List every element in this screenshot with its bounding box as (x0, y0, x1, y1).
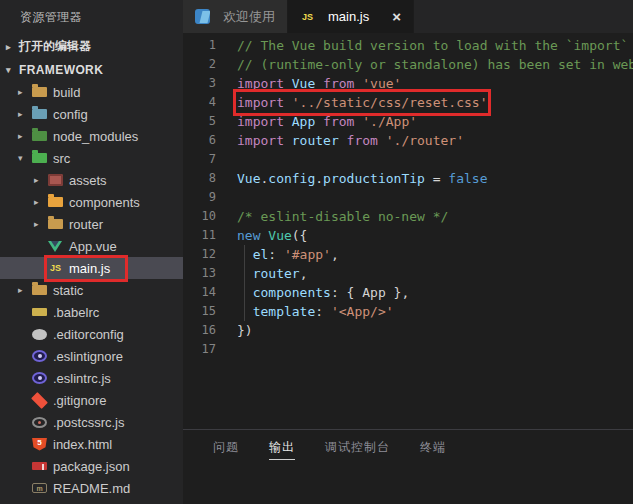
bottom-panel: 问题输出调试控制台终端 (183, 429, 633, 504)
tree-item-babelrc[interactable]: .babelrc (0, 301, 183, 323)
code-line-12[interactable]: 12 el: '#app', (183, 245, 633, 264)
line-number: 4 (183, 93, 216, 112)
tree-item-assets[interactable]: ▸assets (0, 169, 183, 191)
line-number: 15 (183, 302, 216, 321)
chevron-right-icon[interactable]: ▸ (34, 175, 48, 185)
chevron-right-icon[interactable]: ▸ (18, 285, 32, 295)
js-icon: JS (300, 10, 315, 24)
open-editors-section[interactable]: ▸ 打开的编辑器 (0, 35, 183, 58)
tree-item-readme-md[interactable]: mREADME.md (0, 477, 183, 499)
framework-section[interactable]: ▾ FRAMEWORK (0, 58, 183, 81)
chevron-right-icon[interactable]: ▸ (18, 109, 32, 119)
file-label: .eslintignore (53, 349, 123, 364)
editor-tab-bar: 欢迎使用JSmain.js× (183, 0, 633, 33)
tree-item-components[interactable]: ▸components (0, 191, 183, 213)
line-number: 3 (183, 74, 216, 93)
tree-item-eslintignore[interactable]: .eslintignore (0, 345, 183, 367)
file-label: .eslintrc.js (53, 371, 111, 386)
code-line-9[interactable]: 9 (183, 188, 633, 207)
code-line-17[interactable]: 17 (183, 340, 633, 359)
assets-icon (48, 174, 63, 186)
tree-item-gitignore[interactable]: .gitignore (0, 389, 183, 411)
tab-[interactable]: 欢迎使用 (183, 0, 288, 33)
chevron-right-icon[interactable]: ▸ (18, 131, 32, 141)
annotated-code-text: import '../static/css/reset.css' (237, 93, 487, 112)
file-label: package.json (53, 459, 130, 474)
code-line-8[interactable]: 8Vue.config.productionTip = false (183, 169, 633, 188)
code-line-5[interactable]: 5import App from './App' (183, 112, 633, 131)
panel-tab-[interactable]: 调试控制台 (325, 439, 390, 460)
close-icon[interactable]: × (392, 9, 401, 24)
code-line-10[interactable]: 10/* eslint-disable no-new */ (183, 207, 633, 226)
code-line-7[interactable]: 7 (183, 150, 633, 169)
line-number: 16 (183, 321, 216, 340)
line-number: 7 (183, 150, 216, 169)
panel-tab-[interactable]: 输出 (269, 439, 295, 460)
code-line-4[interactable]: 4import '../static/css/reset.css' (183, 93, 633, 112)
tree-item-static[interactable]: ▸static (0, 279, 183, 301)
file-label: .gitignore (53, 393, 106, 408)
code-text: router, (237, 264, 307, 283)
file-label: .babelrc (53, 305, 99, 320)
code-content: 1// The Vue build version to load with t… (183, 36, 633, 359)
tree-item-eslintrc-js[interactable]: .eslintrc.js (0, 367, 183, 389)
code-line-13[interactable]: 13 router, (183, 264, 633, 283)
tree-item-index-html[interactable]: 5index.html (0, 433, 183, 455)
tree-item-build[interactable]: ▸build (0, 81, 183, 103)
code-line-3[interactable]: 3import Vue from 'vue' (183, 74, 633, 93)
code-line-2[interactable]: 2// (runtime-only or standalone) has bee… (183, 55, 633, 74)
tree-item-main-js[interactable]: JSmain.js (0, 257, 183, 279)
explorer-sidebar: 资源管理器 ▸ 打开的编辑器 ▾ FRAMEWORK ▸build▸config… (0, 0, 183, 504)
line-number: 2 (183, 55, 216, 74)
tree-item-config[interactable]: ▸config (0, 103, 183, 125)
folder-icon (32, 285, 47, 295)
tree-item-editorconfig[interactable]: .editorconfig (0, 323, 183, 345)
code-text: new Vue({ (237, 226, 307, 245)
tab-label: 欢迎使用 (223, 8, 275, 26)
panel-tab-[interactable]: 终端 (420, 439, 446, 460)
file-label: .editorconfig (53, 327, 124, 342)
code-line-11[interactable]: 11new Vue({ (183, 226, 633, 245)
code-line-16[interactable]: 16}) (183, 321, 633, 340)
file-label: src (53, 151, 70, 166)
chevron-down-icon[interactable]: ▾ (18, 153, 32, 163)
code-line-6[interactable]: 6import router from './router' (183, 131, 633, 150)
eslint-icon (32, 350, 47, 362)
line-number: 11 (183, 226, 216, 245)
tree-item-src[interactable]: ▾src (0, 147, 183, 169)
code-line-1[interactable]: 1// The Vue build version to load with t… (183, 36, 633, 55)
chevron-down-icon: ▾ (6, 65, 19, 75)
tree-item-app-vue[interactable]: App.vue (0, 235, 183, 257)
file-label: App.vue (69, 239, 117, 254)
code-text: import router from './router' (237, 131, 464, 150)
line-number: 17 (183, 340, 216, 359)
tree-item-package-json[interactable]: package.json (0, 455, 183, 477)
tab-main-js[interactable]: JSmain.js× (288, 0, 414, 33)
chevron-right-icon[interactable]: ▸ (34, 197, 48, 207)
line-number: 1 (183, 36, 216, 55)
file-label: router (69, 217, 103, 232)
code-line-14[interactable]: 14 components: { App }, (183, 283, 633, 302)
annotation-box: JSmain.js (48, 259, 124, 278)
panel-tab-[interactable]: 问题 (213, 439, 239, 460)
tree-item-postcssrc-js[interactable]: .postcssrc.js (0, 411, 183, 433)
tree-item-router[interactable]: ▸router (0, 213, 183, 235)
file-label: .postcssrc.js (53, 415, 125, 430)
line-number: 13 (183, 264, 216, 283)
file-label: assets (69, 173, 107, 188)
line-number: 6 (183, 131, 216, 150)
chevron-right-icon[interactable]: ▸ (34, 219, 48, 229)
tree-item-node-modules[interactable]: ▸node_modules (0, 125, 183, 147)
panel-tab-bar: 问题输出调试控制台终端 (213, 430, 633, 460)
folder-icon (32, 109, 47, 119)
line-number: 9 (183, 188, 216, 207)
tab-label: main.js (328, 9, 369, 24)
chevron-right-icon[interactable]: ▸ (18, 87, 32, 97)
folder-icon (48, 219, 63, 229)
chevron-right-icon: ▸ (6, 42, 19, 52)
code-line-15[interactable]: 15 template: '<App/>' (183, 302, 633, 321)
code-editor[interactable]: 1// The Vue build version to load with t… (183, 33, 633, 429)
vscode-window: 资源管理器 ▸ 打开的编辑器 ▾ FRAMEWORK ▸build▸config… (0, 0, 633, 504)
folder-icon (48, 197, 63, 207)
js-icon: JS (48, 261, 63, 275)
